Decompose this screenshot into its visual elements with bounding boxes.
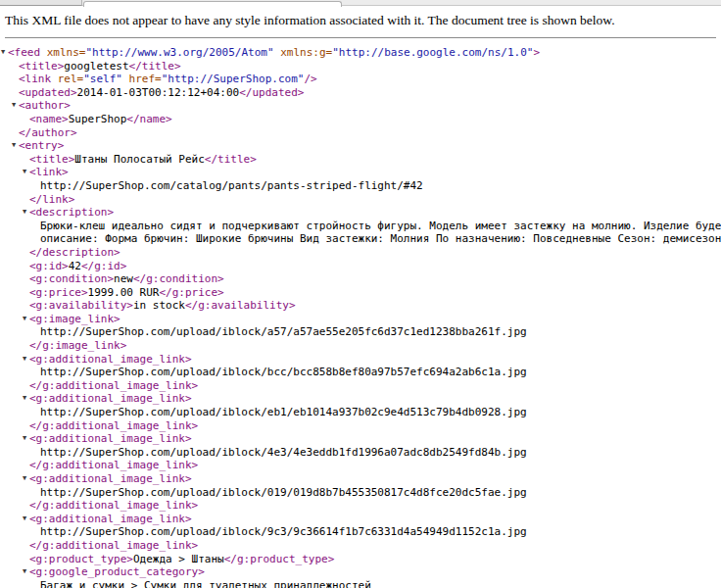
xml-token: "http://www.w3.org/2005/Atom" [85,46,273,59]
xml-token: </title> [129,60,181,73]
xml-token: xmlns:g= [274,46,333,59]
xml-token: </g:additional_image_link> [29,539,198,552]
xml-token: SuperShop [69,113,127,125]
xml-line: ▼<description> [0,206,721,220]
xml-token: <g:id> [29,260,69,272]
xml-line: http://SuperShop.com/upload/iblock/a57/a… [0,325,721,339]
xml-token: </g:additional_image_link> [29,419,198,432]
xml-line: http://SuperShop.com/upload/iblock/4e3/4… [0,446,721,460]
xml-token: </g:availability> [185,299,296,312]
xml-line: http://SuperShop.com/catalog/pants/pants… [0,179,721,193]
xml-token: http://SuperShop.com/upload/iblock/eb1/e… [40,406,527,418]
xml-line: </description> [0,246,721,260]
xml-line: ▼<link> [0,166,721,179]
xml-token: <author> [19,99,71,112]
xml-line: ▼<g:additional_image_link> [0,472,721,486]
xml-token: <g:price> [29,286,88,299]
collapse-arrow-icon[interactable]: ▼ [23,166,26,179]
xml-line: <name>SuperShop</name> [0,113,721,126]
xml-token: </title> [205,153,257,166]
xml-line: ▼<g:additional_image_link> [0,392,721,406]
browser-chrome-sliver [0,0,721,6]
xml-token: <g:availability> [29,299,133,312]
xml-token: <updated> [19,86,77,99]
xml-token: </g:id> [81,260,126,272]
omnibox-edge[interactable] [83,1,342,7]
xml-token: </g:additional_image_link> [29,379,198,392]
xml-token: </g:price> [159,286,223,299]
xml-token: "http://SuperShop.com" [162,73,305,85]
xml-token: Багаж и сумки > Сумки для туалетных прин… [40,579,371,588]
xml-token: </g:additional_image_link> [29,499,198,512]
xml-token: Брюки-клеш идеально сидят и подчеркивают… [40,220,721,232]
xml-line: <title>googletest</title> [0,60,721,74]
xml-token: </g:product_type> [224,553,335,565]
xml-line: </g:additional_image_link> [0,459,721,472]
collapse-arrow-icon[interactable]: ▼ [23,472,26,486]
xml-line: </g:additional_image_link> [0,539,721,553]
xml-line: http://SuperShop.com/upload/iblock/bcc/b… [0,366,721,379]
xml-token: http://SuperShop.com/catalog/pants/pants… [40,179,423,192]
xml-token: </name> [126,113,171,125]
xml-line: ▼<g:image_link> [0,313,721,326]
collapse-arrow-icon[interactable]: ▼ [23,206,26,220]
xml-token: "http://base.google.com/ns/1.0" [332,46,533,59]
xml-token: http://SuperShop.com/upload/iblock/bcc/b… [40,366,527,378]
xml-token: <g:additional_image_link> [29,353,192,366]
collapse-arrow-icon[interactable]: ▼ [23,513,26,526]
xml-token: http://SuperShop.com/upload/iblock/9c3/9… [40,525,527,538]
xml-line: <link rel="self" href="http://SuperShop.… [0,73,721,86]
xml-token: </g:image_link> [29,339,126,352]
collapse-arrow-icon[interactable]: ▼ [23,432,26,446]
xml-token: </g:condition> [133,272,224,285]
xml-line: Брюки-клеш идеально сидят и подчеркивают… [0,220,721,233]
xml-token: </link> [29,193,74,206]
xml-token: <g:image_link> [29,313,120,325]
xml-token: 1999.00 RUR [88,286,160,299]
xml-token: in stock [133,299,185,312]
collapse-arrow-icon[interactable]: ▼ [12,99,16,113]
collapse-arrow-icon[interactable]: ▼ [23,313,26,326]
xml-token: </author> [19,126,77,139]
collapse-arrow-icon[interactable]: ▼ [23,392,26,406]
xml-line: <g:condition>new</g:condition> [0,272,721,286]
xml-line: http://SuperShop.com/upload/iblock/9c3/9… [0,525,721,539]
browser-tab-edge[interactable] [0,0,82,6]
xml-line: <title>Штаны Полосатый Рейс</title> [0,153,721,167]
xml-no-style-notice: This XML file does not appear to have an… [5,6,716,38]
xml-line: </link> [0,193,721,207]
xml-token: <entry> [19,139,64,152]
xml-token: 42 [69,260,81,272]
xml-token: href= [122,73,162,85]
collapse-arrow-icon[interactable]: ▼ [23,353,26,367]
xml-token: <g:additional_image_link> [29,472,192,485]
xml-line: <g:id>42</g:id> [0,260,721,273]
collapse-arrow-icon[interactable]: ▼ [23,565,26,579]
xml-token: xmlns= [40,46,85,59]
xml-token: /> [304,73,316,85]
xml-token: <g:additional_image_link> [29,513,192,525]
xml-line: http://SuperShop.com/upload/iblock/019/0… [0,486,721,500]
xml-line: </author> [0,126,721,140]
xml-token: http://SuperShop.com/upload/iblock/4e3/4… [40,446,527,459]
xml-token: <g:additional_image_link> [29,432,192,445]
xml-line: <updated>2014-01-03T00:12:12+04:00</upda… [0,86,721,100]
xml-token: Штаны Полосатый Рейс [74,153,204,166]
xml-line: ▼<entry> [0,139,721,153]
xml-line: </g:additional_image_link> [0,419,721,433]
xml-token: <link [19,73,51,85]
xml-token: <title> [19,60,64,73]
xml-line: ▼<g:additional_image_link> [0,353,721,367]
xml-token: </g:additional_image_link> [29,459,198,471]
xml-token: new [114,272,133,285]
xml-line: </g:additional_image_link> [0,379,721,393]
xml-token: <feed [8,46,40,59]
xml-line: <g:availability>in stock</g:availability… [0,299,721,313]
xml-line: ▼<g:additional_image_link> [0,432,721,446]
xml-line: Багаж и сумки > Сумки для туалетных прин… [0,579,721,588]
xml-line: </g:additional_image_link> [0,499,721,513]
collapse-arrow-icon[interactable]: ▼ [1,46,5,60]
xml-token: <g:condition> [29,272,114,285]
xml-token: http://SuperShop.com/upload/iblock/a57/a… [40,325,527,338]
collapse-arrow-icon[interactable]: ▼ [12,139,16,153]
